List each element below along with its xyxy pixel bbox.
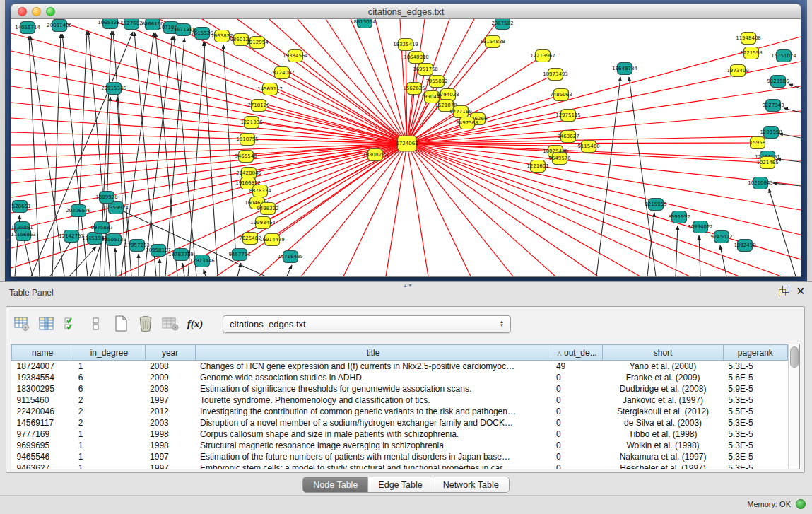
table-cell[interactable]: 2009: [145, 372, 195, 383]
citation-edge-black[interactable]: [204, 269, 206, 276]
table-cell[interactable]: Nakamura et al. (1997): [603, 451, 723, 462]
table-cell[interactable]: Tourette syndrome. Phenomenology and cla…: [195, 395, 551, 406]
table-cell[interactable]: Corpus callosum shape and size in male p…: [195, 428, 551, 440]
citation-edge-red[interactable]: [407, 144, 739, 276]
table-cell[interactable]: 1: [73, 361, 145, 373]
memory-status-indicator[interactable]: [796, 499, 806, 509]
select-all-columns-icon[interactable]: [63, 315, 80, 332]
citation-edge-red[interactable]: [11, 144, 407, 170]
citation-edge-red[interactable]: [407, 136, 801, 144]
table-cell[interactable]: Disruption of a novel member of a sodium…: [195, 417, 551, 428]
table-cell[interactable]: 0: [551, 428, 603, 440]
column-header-name[interactable]: name: [12, 345, 73, 361]
table-row[interactable]: 1872400712008Changes of HCN gene express…: [12, 361, 788, 373]
citation-edge-red[interactable]: [343, 144, 407, 276]
table-row[interactable]: 1938455462009Genome-wide association stu…: [12, 372, 788, 383]
float-panel-icon[interactable]: [778, 286, 789, 296]
table-cell[interactable]: Changes of HCN gene expression and I(f) …: [195, 361, 551, 373]
table-cell[interactable]: 5.5E-5: [723, 406, 787, 417]
table-cell[interactable]: 18724007: [12, 361, 73, 373]
citation-edge-red[interactable]: [407, 144, 471, 276]
table-cell[interactable]: 0: [551, 395, 603, 406]
table-cell[interactable]: 9465546: [12, 451, 73, 462]
table-cell[interactable]: 0: [551, 462, 603, 469]
table-cell[interactable]: 5.6E-5: [723, 372, 787, 383]
table-mode-icon[interactable]: [13, 315, 30, 332]
table-cell[interactable]: 2: [73, 417, 145, 428]
table-cell[interactable]: 5.9E-5: [723, 383, 787, 395]
table-cell[interactable]: 1: [73, 428, 145, 440]
column-header-pagerank[interactable]: pagerank: [723, 345, 787, 361]
citation-edge-red[interactable]: [407, 144, 801, 235]
table-cell[interactable]: 19384554: [12, 372, 73, 383]
table-cell[interactable]: 6: [73, 372, 145, 383]
close-panel-icon[interactable]: ✕: [796, 286, 805, 296]
table-row[interactable]: 1456911722003Disruption of a novel membe…: [12, 417, 788, 428]
table-cell[interactable]: 49: [551, 361, 603, 373]
table-cell[interactable]: 1998: [145, 440, 195, 451]
tab-node-table[interactable]: Node Table: [303, 477, 368, 492]
column-header-out-degree[interactable]: △out_de...: [551, 345, 603, 361]
citation-edge-red[interactable]: [11, 144, 407, 183]
table-selector-dropdown[interactable]: citations_edges.txt ▲▼: [223, 315, 511, 333]
citation-edge-black[interactable]: [29, 36, 40, 276]
table-row[interactable]: 946362711997Embryonic stem cells: a mode…: [12, 462, 788, 469]
citation-edge-red[interactable]: [407, 144, 513, 276]
table-cell[interactable]: Investigating the contribution of common…: [195, 406, 551, 417]
citation-edge-black[interactable]: [629, 77, 656, 276]
citation-edge-red[interactable]: [298, 19, 407, 144]
citation-edge-red[interactable]: [407, 144, 801, 160]
table-cell[interactable]: Jankovic et al. (1997): [603, 395, 723, 406]
table-cell[interactable]: 1: [73, 440, 145, 451]
table-cell[interactable]: 5.3E-5: [723, 395, 787, 406]
network-canvas[interactable]: 1405571420691406106532871527602646616010…: [11, 19, 801, 277]
citation-edge-red[interactable]: [11, 144, 407, 213]
table-cell[interactable]: 2008: [145, 361, 195, 373]
citation-edge-black[interactable]: [188, 42, 205, 276]
table-cell[interactable]: 9463627: [12, 462, 73, 469]
table-cell[interactable]: 0: [551, 383, 603, 395]
table-cell[interactable]: 5.3E-5: [723, 361, 787, 373]
table-cell[interactable]: Franke et al. (2009): [603, 372, 723, 383]
table-cell[interactable]: 9115460: [12, 395, 73, 406]
table-cell[interactable]: 2: [73, 395, 145, 406]
table-cell[interactable]: 2: [73, 406, 145, 417]
table-cell[interactable]: 0: [551, 451, 603, 462]
table-cell[interactable]: 1: [73, 462, 145, 469]
network-window-titlebar[interactable]: citations_edges.txt: [11, 4, 801, 19]
table-cell[interactable]: 2012: [145, 406, 195, 417]
column-header-year[interactable]: year: [145, 345, 195, 361]
table-cell[interactable]: 6: [73, 383, 145, 395]
tab-network-table[interactable]: Network Table: [433, 477, 509, 492]
table-row[interactable]: 946554611997Estimation of the future num…: [12, 451, 788, 462]
table-cell[interactable]: Estimation of the future numbers of pati…: [195, 451, 551, 462]
table-cell[interactable]: 0: [551, 406, 603, 417]
function-builder-icon[interactable]: f(x): [187, 315, 204, 332]
table-cell[interactable]: 0: [551, 417, 603, 428]
citation-edge-black[interactable]: [174, 36, 196, 276]
citation-edge-black[interactable]: [699, 235, 700, 276]
table-cell[interactable]: Tibbo et al. (1998): [603, 428, 723, 440]
table-cell[interactable]: 9699695: [12, 440, 73, 451]
citation-edge-black[interactable]: [720, 245, 726, 276]
table-cell[interactable]: 5.3E-5: [723, 428, 787, 440]
table-cell[interactable]: 5.3E-5: [723, 462, 787, 469]
citation-edge-black[interactable]: [204, 42, 218, 276]
table-cell[interactable]: 1: [73, 451, 145, 462]
table-row[interactable]: 1830029562008Estimation of significance …: [12, 383, 788, 395]
table-cell[interactable]: 18300295: [12, 383, 73, 395]
citation-edge-black[interactable]: [596, 77, 620, 276]
create-new-column-icon[interactable]: [112, 315, 129, 332]
table-cell[interactable]: Yano et al. (2008): [603, 361, 723, 373]
table-scrollbar[interactable]: [788, 344, 799, 469]
table-cell[interactable]: Dudbridge et al. (2008): [603, 383, 723, 395]
table-cell[interactable]: de Silva et al. (2003): [603, 417, 723, 428]
table-cell[interactable]: 9777169: [12, 428, 73, 440]
table-cell[interactable]: 2003: [145, 417, 195, 428]
citation-edge-black[interactable]: [115, 248, 116, 276]
citation-edge-red[interactable]: [407, 144, 428, 276]
citation-edge-black[interactable]: [287, 265, 292, 276]
network-canvas-svg[interactable]: 1405571420691406106532871527602646616010…: [11, 19, 801, 276]
table-cell[interactable]: 1997: [145, 395, 195, 406]
unselect-all-columns-icon[interactable]: [88, 315, 105, 332]
